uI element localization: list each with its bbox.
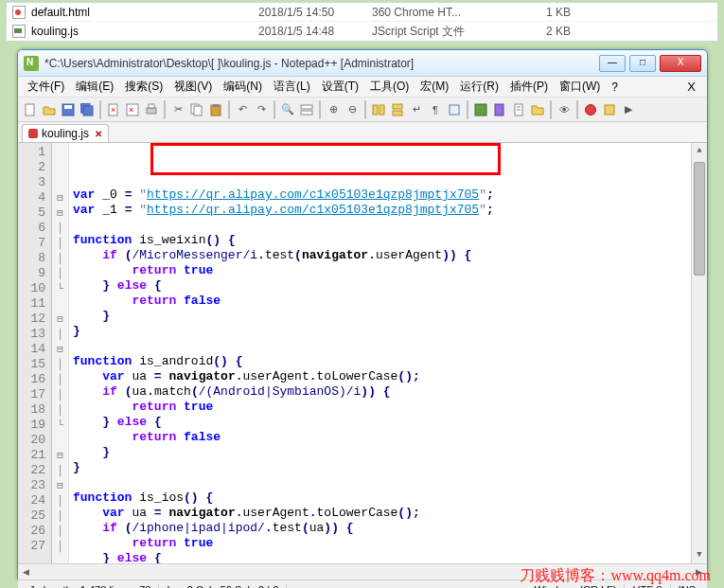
- sync-v-icon[interactable]: [370, 101, 387, 118]
- stop-macro-icon[interactable]: [601, 101, 618, 118]
- file-date: 2018/1/5 14:48: [258, 25, 372, 38]
- menu-file[interactable]: 文件(F): [22, 77, 70, 97]
- menubar: 文件(F) 编辑(E) 搜索(S) 视图(V) 编码(N) 语言(L) 设置(T…: [18, 77, 707, 98]
- svg-rect-2: [64, 105, 72, 109]
- watermark-text: 刀贱贱博客：www.qq4m.com: [520, 566, 711, 586]
- file-row[interactable]: kouling.js 2018/1/5 14:48 JScript Script…: [7, 22, 717, 41]
- save-all-icon[interactable]: [79, 101, 96, 118]
- svg-rect-15: [301, 105, 312, 109]
- replace-icon[interactable]: [298, 101, 315, 118]
- svg-rect-9: [147, 108, 156, 114]
- svg-rect-18: [380, 105, 384, 115]
- vertical-scrollbar[interactable]: ▲ ▼: [691, 143, 707, 563]
- svg-rect-23: [495, 104, 503, 116]
- separator: [576, 100, 578, 119]
- monitor-icon[interactable]: 👁: [556, 101, 573, 118]
- svg-rect-16: [301, 111, 312, 115]
- cut-icon[interactable]: ✂: [169, 101, 186, 118]
- titlebar[interactable]: *C:\Users\Administrator\Desktop\[ ]\koul…: [18, 50, 707, 77]
- svg-rect-22: [475, 104, 486, 116]
- tab-close-icon[interactable]: ✕: [95, 129, 102, 139]
- file-name: default.html: [31, 6, 258, 19]
- menu-search[interactable]: 搜索(S): [119, 77, 168, 97]
- function-list-icon[interactable]: [510, 101, 527, 118]
- menubar-close[interactable]: X: [680, 80, 703, 94]
- show-all-chars-icon[interactable]: ¶: [427, 101, 444, 118]
- doc-map-icon[interactable]: [491, 101, 508, 118]
- js-file-icon: [12, 25, 26, 38]
- maximize-button[interactable]: □: [629, 55, 656, 72]
- menu-window[interactable]: 窗口(W): [554, 77, 606, 97]
- play-macro-icon[interactable]: ▶: [620, 101, 637, 118]
- separator: [164, 100, 166, 119]
- svg-rect-4: [83, 106, 93, 116]
- separator: [228, 100, 230, 119]
- menu-tools[interactable]: 工具(O): [364, 77, 415, 97]
- scroll-down-icon[interactable]: ▼: [692, 547, 707, 563]
- editor: 1234567891011121314151617181920212223242…: [18, 143, 707, 563]
- file-type: 360 Chrome HT...: [372, 6, 514, 19]
- zoom-out-icon[interactable]: ⊖: [344, 101, 361, 118]
- new-file-icon[interactable]: [22, 101, 39, 118]
- menu-edit[interactable]: 编辑(E): [70, 77, 119, 97]
- menu-view[interactable]: 视图(V): [168, 77, 218, 97]
- minimize-button[interactable]: —: [599, 55, 626, 72]
- close-button[interactable]: X: [660, 55, 701, 72]
- code-area[interactable]: var _0 = "https://qr.alipay.com/c1x05103…: [69, 143, 707, 563]
- zoom-in-icon[interactable]: ⊕: [325, 101, 342, 118]
- close-all-icon[interactable]: ×: [124, 101, 141, 118]
- wrap-icon[interactable]: ↵: [408, 101, 425, 118]
- file-row[interactable]: default.html 2018/1/5 14:50 360 Chrome H…: [7, 3, 717, 22]
- menu-macro[interactable]: 宏(M): [415, 77, 454, 97]
- folder-view-icon[interactable]: [529, 101, 546, 118]
- file-size: 1 KB: [514, 6, 571, 19]
- undo-icon[interactable]: ↶: [234, 101, 251, 118]
- copy-icon[interactable]: [188, 101, 205, 118]
- app-icon: [24, 56, 39, 71]
- menu-language[interactable]: 语言(L): [268, 77, 316, 97]
- line-gutter: 1234567891011121314151617181920212223242…: [18, 143, 52, 563]
- sync-h-icon[interactable]: [389, 101, 406, 118]
- status-length: Ja length : 1,478 lines : 73: [22, 584, 159, 589]
- svg-rect-0: [26, 104, 34, 116]
- file-tab[interactable]: kouling.js ✕: [22, 124, 109, 142]
- menu-help[interactable]: ?: [606, 79, 624, 96]
- svg-text:×: ×: [111, 105, 115, 115]
- menu-encoding[interactable]: 编码(N): [218, 77, 268, 97]
- notepadpp-window: *C:\Users\Administrator\Desktop\[ ]\koul…: [17, 49, 708, 579]
- explorer-list: default.html 2018/1/5 14:50 360 Chrome H…: [6, 2, 718, 42]
- scroll-up-icon[interactable]: ▲: [692, 143, 707, 159]
- scroll-left-icon[interactable]: ◀: [18, 564, 34, 579]
- file-size: 2 KB: [514, 25, 571, 38]
- menu-plugins[interactable]: 插件(P): [504, 77, 554, 97]
- svg-rect-12: [194, 106, 202, 116]
- tab-label: kouling.js: [42, 127, 89, 140]
- menu-run[interactable]: 运行(R): [454, 77, 504, 97]
- separator: [99, 100, 101, 119]
- paste-icon[interactable]: [207, 101, 224, 118]
- toolbar: × × ✂ ↶ ↷ 🔍 ⊕ ⊖ ↵ ¶ 👁 ▶: [18, 98, 707, 122]
- separator: [319, 100, 321, 119]
- menu-settings[interactable]: 设置(T): [316, 77, 364, 97]
- svg-rect-14: [213, 104, 219, 107]
- print-icon[interactable]: [143, 101, 160, 118]
- file-date: 2018/1/5 14:50: [258, 6, 372, 19]
- separator: [274, 100, 275, 119]
- lang-icon[interactable]: [472, 101, 489, 118]
- redo-icon[interactable]: ↷: [253, 101, 270, 118]
- scroll-thumb[interactable]: [694, 162, 705, 276]
- separator: [364, 100, 366, 119]
- close-file-icon[interactable]: ×: [105, 101, 122, 118]
- open-file-icon[interactable]: [41, 101, 58, 118]
- file-type: JScript Script 文件: [372, 24, 514, 40]
- highlight-box: [150, 143, 501, 175]
- find-icon[interactable]: 🔍: [279, 101, 296, 118]
- window-title: *C:\Users\Administrator\Desktop\[ ]\koul…: [44, 57, 599, 70]
- svg-rect-10: [149, 104, 154, 108]
- record-macro-icon[interactable]: [585, 104, 596, 116]
- separator: [550, 100, 552, 119]
- save-icon[interactable]: [60, 101, 77, 118]
- svg-text:×: ×: [129, 105, 133, 115]
- tabbar: kouling.js ✕: [18, 122, 707, 143]
- indent-guide-icon[interactable]: [446, 101, 463, 118]
